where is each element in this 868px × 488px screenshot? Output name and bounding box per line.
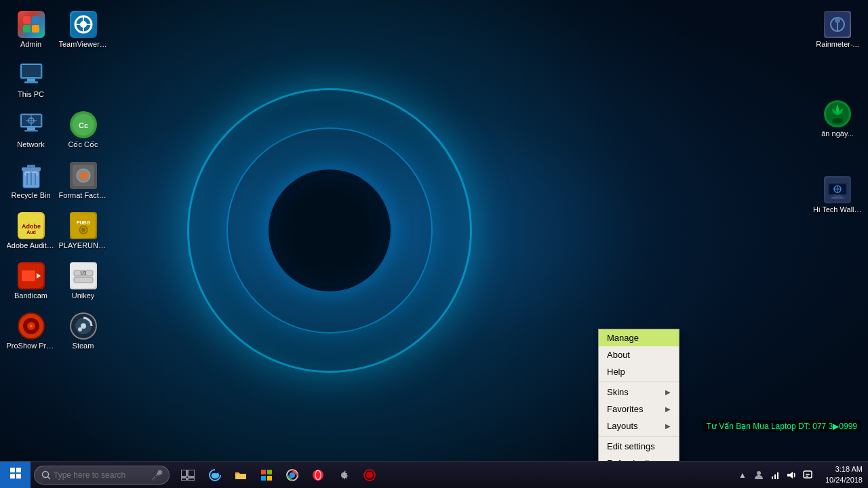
svg-rect-16 — [24, 130, 38, 131]
context-menu-item-favorites[interactable]: Favorites ▶ — [599, 401, 679, 418]
opera-icon — [311, 468, 325, 482]
start-button[interactable] — [0, 462, 31, 489]
svg-rect-11 — [27, 79, 35, 81]
admin-icon — [18, 11, 45, 38]
svg-rect-67 — [10, 468, 15, 472]
desktop-icon-format[interactable]: Format Factory — [58, 158, 108, 204]
svg-point-36 — [79, 225, 88, 235]
desktop-icon-rainmeter[interactable]: Rainmeter-... — [810, 7, 865, 53]
steam-icon — [70, 312, 97, 340]
svg-rect-70 — [16, 474, 21, 479]
promo-text: Tư Vấn Bạn Mua Laptop DT: 077 3▶0999 — [703, 420, 861, 432]
rainmeter-label: Rainmeter-... — [816, 40, 859, 49]
desktop-icon-proshow[interactable]: ProShow Producer — [5, 308, 56, 354]
format-label: Format Factory — [59, 191, 108, 200]
taskbar-settings[interactable] — [332, 462, 356, 488]
svg-rect-74 — [188, 470, 195, 476]
proshow-icon — [18, 312, 45, 340]
svg-rect-75 — [181, 478, 186, 481]
user-tray-icon — [753, 470, 764, 481]
bandicam-icon — [18, 262, 45, 289]
taskview-button[interactable] — [176, 462, 200, 488]
svg-rect-68 — [16, 468, 21, 472]
bandicam-label: Bandicam — [14, 291, 47, 300]
desktop-icon-teamviewer[interactable]: TeamViewer 13 — [58, 7, 108, 53]
settings-icon — [337, 468, 351, 482]
desktop-icon-coccoc[interactable]: Cc Cốc Cốc — [58, 107, 108, 153]
desktop-icon-admin[interactable]: Admin — [5, 7, 56, 53]
svg-point-83 — [290, 472, 295, 478]
svg-rect-80 — [261, 476, 266, 481]
desktop-icon-bandicam[interactable]: Bandicam — [5, 258, 56, 304]
taskview-icon — [181, 470, 195, 481]
coccoc-icon: Cc — [70, 111, 97, 138]
tray-user-icon[interactable] — [752, 468, 766, 482]
tray-action-center[interactable] — [801, 468, 814, 482]
admin-label: Admin — [20, 40, 41, 49]
svg-rect-12 — [24, 81, 38, 83]
context-menu-item-manage[interactable]: Manage — [599, 329, 679, 346]
svg-point-84 — [313, 470, 323, 481]
context-menu-item-about[interactable]: About — [599, 346, 679, 363]
desktop-icon-network[interactable]: Network — [5, 107, 56, 153]
context-menu-item-help[interactable]: Help — [599, 363, 679, 380]
taskbar-edge[interactable] — [203, 462, 227, 488]
hitech-icon-img — [824, 176, 851, 203]
desktop-icon-hitech[interactable]: Hi Tech Wallpaper — [810, 172, 865, 218]
record-icon — [363, 468, 376, 482]
tray-volume-icon[interactable] — [785, 468, 798, 482]
taskbar-record[interactable] — [357, 462, 382, 488]
search-input[interactable] — [54, 470, 149, 480]
teamviewer-label: TeamViewer 13 — [59, 40, 108, 49]
desktop-icon-pubg[interactable]: PUBG PLAYERUNK... BATTLEGRO... — [58, 208, 108, 254]
edge-icon — [208, 468, 222, 482]
svg-rect-73 — [181, 470, 186, 476]
svg-rect-79 — [267, 470, 272, 474]
desktop-icons-right: Rainmeter-... ăn ngày... — [807, 0, 868, 226]
taskbar-explorer[interactable] — [229, 462, 253, 488]
network-label: Network — [17, 140, 44, 149]
svg-rect-24 — [27, 165, 35, 168]
hitech-label: Hi Tech Wallpaper — [813, 205, 862, 214]
svg-rect-92 — [777, 472, 778, 479]
context-menu-item-skins[interactable]: Skins ▶ — [599, 384, 679, 401]
svg-point-88 — [366, 472, 373, 479]
desktop-icon-unikey[interactable]: U1 Unikey — [58, 258, 108, 304]
svg-rect-76 — [188, 478, 195, 481]
desktop-icon-anngay[interactable]: ăn ngày... — [810, 96, 865, 142]
taskbar-store[interactable] — [254, 462, 279, 488]
desktop-icon-thispc[interactable]: This PC — [5, 57, 56, 103]
svg-point-48 — [30, 325, 33, 327]
action-center-icon — [802, 470, 813, 481]
desktop-icon-recycle[interactable]: Recycle Bin — [5, 158, 56, 204]
system-clock[interactable]: 3:18 AM 10/24/2018 — [820, 464, 868, 485]
svg-text:Cc: Cc — [78, 121, 87, 129]
adobe-icon: Adobe Aud — [18, 212, 45, 239]
svg-text:Adobe: Adobe — [22, 223, 41, 230]
adobe-label: Adobe Audition 1.5 — [7, 241, 56, 250]
taskbar: 🎤 — [0, 461, 868, 488]
favorites-submenu-arrow: ▶ — [665, 405, 671, 413]
tray-expand-button[interactable]: ▲ — [736, 468, 749, 482]
context-menu-item-layouts[interactable]: Layouts ▶ — [599, 418, 679, 434]
svg-rect-62 — [833, 195, 842, 197]
promo-banner: Tư Vấn Bạn Mua Laptop DT: 077 3▶0999 — [0, 419, 868, 434]
taskbar-search-box[interactable]: 🎤 — [34, 466, 170, 485]
context-menu-separator-2 — [599, 436, 679, 436]
desktop-icon-adobe[interactable]: Adobe Aud Adobe Audition 1.5 — [5, 208, 56, 254]
teamviewer-icon — [70, 11, 97, 38]
taskbar-opera[interactable] — [306, 462, 330, 488]
svg-point-51 — [81, 323, 86, 329]
desktop-icons-left: Admin TeamViewer 13 — [0, 0, 108, 363]
svg-rect-43 — [74, 277, 93, 283]
context-menu: Manage About Help Skins ▶ Favorites ▶ La… — [598, 329, 679, 461]
context-menu-item-refresh-all[interactable]: Refresh all — [599, 455, 679, 461]
taskbar-chrome[interactable] — [280, 462, 304, 488]
svg-text:Aud: Aud — [26, 230, 36, 235]
format-icon — [70, 162, 97, 189]
context-menu-item-edit-settings[interactable]: Edit settings — [599, 438, 679, 455]
network-tray-icon — [770, 470, 781, 481]
tray-network-icon[interactable] — [768, 468, 782, 482]
svg-rect-90 — [772, 476, 773, 479]
desktop-icon-steam[interactable]: Steam — [58, 308, 108, 354]
